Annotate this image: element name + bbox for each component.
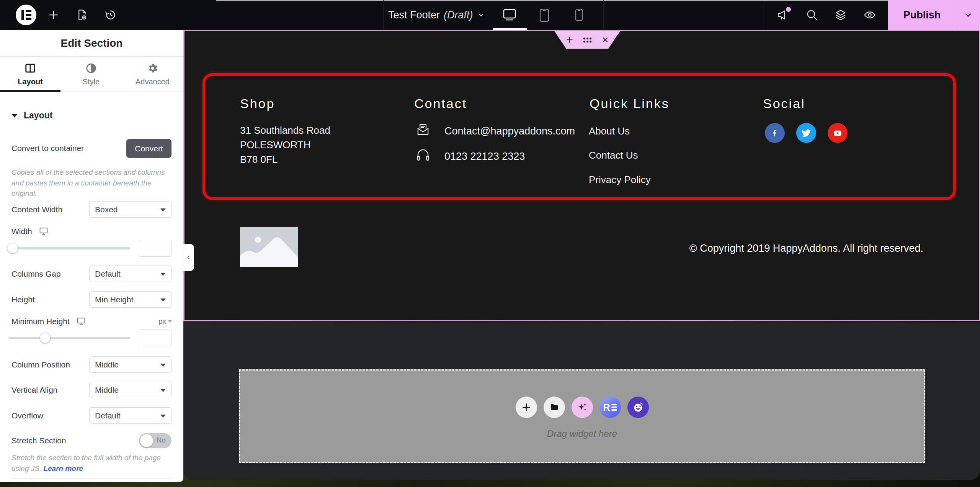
learn-more-link[interactable]: Learn more (43, 464, 83, 472)
contact-email[interactable]: Contact@happyaddons.com (444, 125, 575, 137)
minimum-height-slider-handle[interactable] (40, 333, 50, 343)
toolbar-divider (603, 0, 604, 30)
layout-accordion-toggle[interactable]: Layout (11, 110, 52, 121)
columns-gap-label: Columns Gap (11, 269, 60, 279)
overflow-select[interactable]: Default (89, 407, 172, 424)
content-width-select[interactable]: Boxed (89, 201, 172, 218)
convert-label: Convert to container (11, 144, 84, 153)
mobile-icon (575, 8, 583, 21)
publish-options-button[interactable] (956, 0, 980, 30)
twitter-button[interactable] (796, 123, 816, 143)
ai-builder-button[interactable] (572, 397, 593, 418)
minimum-height-input[interactable] (138, 330, 172, 346)
section-handle (554, 31, 620, 49)
notification-dot (786, 7, 791, 12)
device-desktop-button[interactable] (502, 8, 517, 21)
empty-section[interactable]: R Drag widget here (183, 322, 980, 480)
caret-down-icon (11, 114, 18, 118)
active-device-indicator (493, 28, 527, 30)
copyright-text: © Copyright 2019 HappyAddons. All right … (689, 243, 923, 254)
drag-section-button[interactable] (583, 38, 591, 43)
template-kit-button[interactable]: R (599, 397, 621, 418)
tablet-icon (539, 8, 549, 22)
history-icon (104, 8, 117, 21)
contrast-icon (85, 62, 97, 74)
chevron-left-icon (186, 254, 192, 261)
add-new-section-button[interactable] (516, 397, 537, 418)
desktop-responsive-icon[interactable] (77, 316, 86, 326)
add-element-button[interactable] (47, 8, 60, 21)
plus-icon (521, 402, 531, 412)
vertical-align-select[interactable]: Middle (89, 382, 172, 398)
stretch-section-toggle[interactable]: No (139, 433, 172, 448)
structure-button[interactable] (834, 8, 847, 21)
publish-button[interactable]: Publish (888, 0, 956, 30)
quick-link-about-us[interactable]: About Us (589, 125, 630, 137)
delete-section-button[interactable] (601, 36, 609, 44)
column-position-select[interactable]: Middle (89, 356, 172, 373)
panel-tabs: Layout Style Advanced (0, 57, 183, 92)
toggle-knob (140, 434, 153, 447)
height-select[interactable]: Min Height (89, 291, 172, 308)
device-tablet-button[interactable] (539, 8, 549, 22)
re-logo-icon: R (603, 402, 617, 413)
drag-dots-icon (583, 38, 591, 43)
convert-button[interactable]: Convert (126, 139, 172, 158)
stretch-section-label: Stretch Section (11, 436, 66, 445)
quick-link-contact-us[interactable]: Contact Us (589, 149, 638, 161)
device-mobile-button[interactable] (575, 8, 583, 21)
panel-title: Edit Section (0, 30, 183, 57)
accordion-title: Layout (24, 110, 52, 121)
whats-new-button[interactable] (777, 8, 790, 21)
finder-search-button[interactable] (805, 8, 818, 21)
desktop-responsive-icon[interactable] (39, 226, 48, 236)
close-icon (601, 36, 609, 44)
contact-phone[interactable]: 0123 22123 2323 (444, 151, 525, 162)
plus-icon (47, 8, 60, 21)
add-widget-actions: R (240, 397, 924, 418)
tab-advanced[interactable]: Advanced (122, 57, 183, 92)
address-line: B78 0FL (240, 154, 278, 166)
quick-links-heading: Quick Links (590, 96, 670, 111)
panel-collapse-toggle[interactable] (183, 244, 194, 271)
drag-widget-dropzone[interactable]: R Drag widget here (239, 369, 925, 463)
add-section-button[interactable] (566, 36, 573, 44)
tab-style[interactable]: Style (60, 57, 122, 92)
image-placeholder[interactable] (240, 227, 298, 267)
active-tab-indicator (0, 90, 60, 92)
footer-section[interactable]: Shop 31 Southlands Road POLESWORTH B78 0… (183, 30, 980, 321)
width-slider[interactable] (8, 247, 130, 249)
history-button[interactable] (104, 8, 117, 21)
page-settings-button[interactable] (75, 8, 88, 21)
tab-advanced-label: Advanced (136, 77, 170, 86)
width-label: Width (11, 226, 48, 236)
toggle-state-label: No (157, 436, 166, 444)
happyaddons-smiley-icon (632, 401, 644, 413)
width-input[interactable] (138, 240, 172, 257)
sparkles-icon (577, 402, 588, 413)
document-switcher[interactable]: Test Footer (Draft) (388, 0, 485, 30)
convert-description: Copies all of the selected sections and … (11, 167, 172, 199)
document-gear-icon (75, 8, 88, 21)
publish-button-group: Publish (888, 0, 980, 30)
width-slider-handle[interactable] (8, 243, 18, 253)
tab-layout[interactable]: Layout (0, 57, 60, 92)
facebook-button[interactable] (765, 123, 785, 143)
contact-heading: Contact (414, 96, 467, 111)
columns-gap-select[interactable]: Default (89, 266, 172, 282)
minimum-height-label: Minimum Height (11, 316, 86, 326)
address-line: 31 Southlands Road (240, 125, 330, 136)
vertical-align-label: Vertical Align (11, 385, 57, 395)
social-heading: Social (763, 96, 805, 111)
unit-selector[interactable]: px (158, 317, 172, 326)
elementor-menu-button[interactable] (16, 5, 36, 25)
preview-button[interactable] (863, 8, 876, 21)
minimum-height-slider[interactable] (8, 337, 130, 339)
quick-link-privacy-policy[interactable]: Privacy Policy (589, 174, 651, 186)
add-template-button[interactable] (544, 397, 565, 418)
image-placeholder-icon (240, 227, 298, 267)
gear-icon (147, 62, 158, 74)
youtube-button[interactable] (828, 123, 848, 143)
window-top-edge (216, 0, 888, 1)
happyaddons-button[interactable] (627, 397, 649, 418)
